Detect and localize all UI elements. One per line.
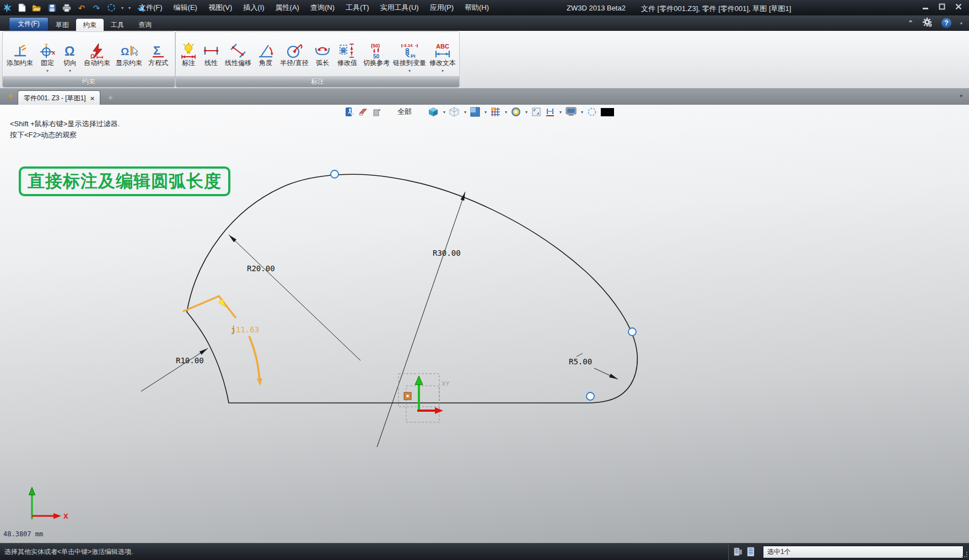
help-caret[interactable]: ▾ [960,21,962,26]
new-file-icon[interactable] [17,3,27,13]
arc-dim-value[interactable]: 11.63 [236,325,259,334]
toggle-reference-button[interactable]: (50)50 切换参考 [361,34,392,75]
triad-y-arrowhead [29,487,35,495]
origin-widget[interactable]: XY [399,374,450,422]
highlighted-arc[interactable] [249,336,260,382]
link-to-variable-caret[interactable]: ▾ [408,67,411,75]
link-to-variable-button[interactable]: 3.14PI 链接到变量 ▾ [392,34,427,75]
equation-button[interactable]: Σ 方程式 [145,34,171,75]
selection-filter-icon[interactable] [733,546,743,557]
dim-r30-label[interactable]: R30.00 [433,249,461,257]
dim-r10-label[interactable]: R10.00 [176,356,204,365]
menu-help[interactable]: 帮助(H) [459,1,494,15]
selection-list-icon[interactable] [746,546,756,557]
angle-dim-button[interactable]: 角度 [254,34,277,75]
redo-icon[interactable]: ↷ [91,3,101,13]
svg-text:x: x [52,49,56,56]
toggle-reference-icon: (50)50 [368,34,385,59]
sketch-geometry[interactable]: R20.00 R30.00 R10.00 R5.00 [0,105,969,543]
menu-inquire[interactable]: 查询(N) [305,1,340,15]
show-constraints-button[interactable]: Ω 显示约束 [113,34,145,75]
menu-attributes[interactable]: 属性(A) [270,1,305,15]
menu-insert[interactable]: 插入(I) [238,1,270,15]
document-tab-bar: + 零件001. Z3 - [草图1] × + ▾ [0,88,969,105]
file-menu-button[interactable]: 文件(F) [9,17,49,31]
arc-length-dim-button[interactable]: 弧长 [311,34,333,75]
help-icon[interactable]: ? [941,18,951,28]
tab-list-caret[interactable]: ▾ [960,93,962,99]
profile-outline[interactable] [187,174,637,403]
resize-grip[interactable] [962,552,968,559]
menu-file[interactable]: 文件(F) [133,1,168,15]
dim-r10[interactable]: R10.00 [141,348,208,391]
arc-dim-prefix[interactable]: j [231,325,235,334]
view-rotate-caret[interactable]: ▾ [121,6,123,10]
save-icon[interactable] [47,3,57,13]
radius-diameter-dim-button[interactable]: 半径/直径 [277,34,311,75]
dim-r5[interactable]: R5.00 [569,353,618,379]
svg-text:50: 50 [373,53,380,59]
point-handle-bottom-right[interactable] [586,392,594,400]
print-icon[interactable] [62,3,72,13]
point-handle-top[interactable] [331,170,338,178]
tab-inquire[interactable]: 查询 [131,19,159,31]
radius-diameter-dim-icon [286,34,303,59]
sketch-canvas[interactable]: 全部 ▾ ▾ ▾ ▾ ▾ ▾ ▾ [0,105,969,543]
add-constraint-button[interactable]: 添加约束 [4,34,36,75]
point-handle-right[interactable] [628,328,636,336]
close-button[interactable] [955,3,962,10]
tab-sketch[interactable]: 草图 [49,19,76,31]
ribbon-right-controls: ⌃ ? ▾ [908,15,962,31]
fixed-dropdown-caret[interactable]: ▾ [46,67,49,75]
document-tab-close-icon[interactable]: × [90,94,95,103]
svg-text:(50): (50) [371,43,380,49]
undo-icon[interactable]: ↶ [77,3,87,13]
group-label-constraints: 约束 [3,76,175,87]
menu-view[interactable]: 视图(V) [203,1,238,15]
linear-offset-dim-icon [230,34,246,59]
add-constraint-icon [12,34,28,59]
dim-r5-label[interactable]: R5.00 [569,357,592,366]
dimension-button[interactable]: 标注 [177,34,200,75]
auto-constrain-icon: Ω [89,34,105,59]
dim-r20-label[interactable]: R20.00 [247,264,275,273]
settings-gear-icon[interactable] [922,17,933,30]
modify-value-icon [339,34,356,59]
minimize-button[interactable] [922,3,929,10]
tangent-constraint-button[interactable]: Ω 切向 ▾ [59,34,81,75]
document-tab-active[interactable]: 零件001. Z3 - [草图1] × [18,90,100,105]
new-document-plus-icon[interactable]: + [8,91,13,101]
linear-offset-dim-button[interactable]: 线性偏移 [222,34,254,75]
menu-edit[interactable]: 编辑(E) [168,1,203,15]
selection-count-field[interactable]: 选中1个 [763,546,963,558]
origin-anchor-dot [407,395,409,397]
menu-tools[interactable]: 工具(T) [340,1,375,15]
view-rotate-icon[interactable] [106,3,116,13]
dim-r20[interactable]: R20.00 [229,235,360,360]
modify-value-button[interactable]: 修改值 [333,34,361,75]
modify-text-caret[interactable]: ▾ [442,67,444,75]
status-message: 选择其他实体或者<单击中键>激活编辑选项. [4,543,133,560]
svg-text:Σ: Σ [153,44,160,57]
modify-text-button[interactable]: ABC 修改文本 ▾ [427,34,458,75]
fixed-constraint-button[interactable]: Yx 固定 ▾ [36,34,59,75]
menu-applications[interactable]: 应用(P) [424,1,459,15]
ribbon-group-dimensions: 标注 线性 线性偏移 [175,31,460,88]
arc-length-dimension-selected[interactable]: j 11.63 [183,295,262,386]
add-tab-icon[interactable]: + [108,93,113,102]
menu-utilities[interactable]: 实用工具(U) [375,1,424,15]
tab-constraints[interactable]: 约束 [76,19,104,31]
tab-tools[interactable]: 工具 [104,19,131,31]
linear-dim-button[interactable]: 线性 [200,34,222,75]
collapse-ribbon-icon[interactable]: ⌃ [908,19,913,27]
angle-dim-icon [257,34,274,59]
toolbar-options-caret[interactable]: ▾ [128,6,131,10]
auto-constrain-button[interactable]: Ω 自动约束 [81,34,113,75]
ribbon-group-constraints: 添加约束 Yx 固定 ▾ Ω 切向 ▾ Ω [2,31,175,88]
ribbon-tab-row: 文件(F) 草图 约束 工具 查询 ⌃ ? ▾ [0,15,969,31]
open-file-icon[interactable] [32,3,42,13]
tangent-dropdown-caret[interactable]: ▾ [69,67,71,75]
ribbon: 添加约束 Yx 固定 ▾ Ω 切向 ▾ Ω [0,31,969,89]
dim-r30[interactable]: R30.00 [377,192,465,447]
maximize-button[interactable] [938,3,946,10]
